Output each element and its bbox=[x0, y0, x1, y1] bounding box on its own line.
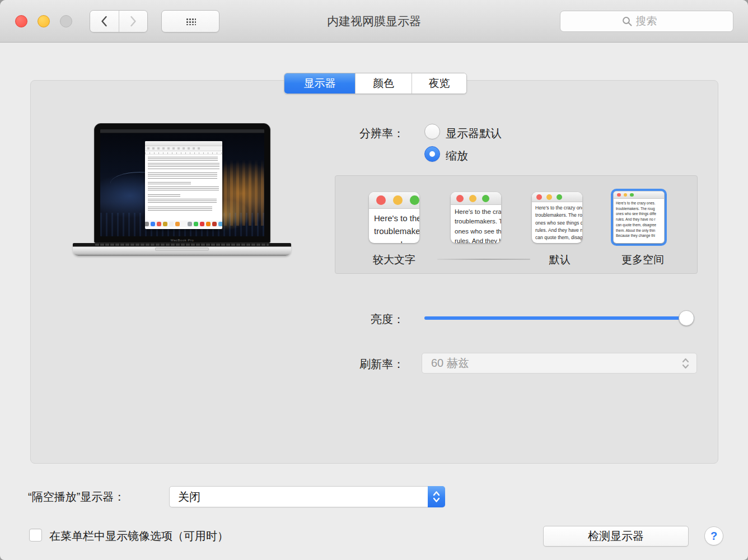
traffic-yellow-icon bbox=[393, 195, 403, 205]
stepper-chevrons-icon bbox=[681, 357, 690, 370]
back-button[interactable] bbox=[90, 11, 119, 32]
traffic-yellow-icon bbox=[624, 193, 628, 197]
grid-icon bbox=[185, 17, 196, 25]
chevron-right-icon bbox=[129, 15, 138, 27]
close-button[interactable] bbox=[15, 15, 27, 27]
help-button[interactable]: ? bbox=[704, 526, 723, 545]
mini-window-text: Here's to the crazy ones.troublemakers. … bbox=[451, 205, 501, 243]
radio-scaled[interactable] bbox=[424, 146, 440, 162]
mini-document-window bbox=[145, 141, 222, 229]
zoom-button-disabled bbox=[60, 15, 72, 27]
titlebar: 内建视网膜显示器 bbox=[0, 0, 748, 43]
mini-window-titlebar bbox=[451, 192, 501, 205]
mini-menubar bbox=[100, 129, 264, 133]
mini-window-titlebar bbox=[614, 192, 664, 199]
label-more-space: 更多空间 bbox=[605, 253, 681, 267]
scale-option-2[interactable]: Here's to the crazy ones.troublemakers. … bbox=[451, 192, 501, 243]
macbook-keyboard bbox=[95, 244, 269, 246]
resolution-label: 分辨率： bbox=[280, 126, 404, 141]
tab-display[interactable]: 显示器 bbox=[284, 73, 355, 94]
brightness-slider[interactable] bbox=[424, 316, 694, 320]
macbook-model-label: MacBook Pro bbox=[95, 239, 270, 242]
popup-button-cap[interactable] bbox=[428, 486, 445, 507]
traffic-yellow-icon bbox=[546, 194, 552, 200]
mini-window-titlebar bbox=[532, 192, 582, 202]
traffic-green-icon bbox=[410, 195, 419, 205]
label-larger-text: 较大文字 bbox=[365, 253, 423, 267]
mirroring-checkbox-label: 在菜单栏中显示镜像选项（可用时） bbox=[49, 529, 228, 544]
forward-button bbox=[119, 11, 148, 32]
scale-divider-line bbox=[437, 259, 530, 260]
refresh-rate-value: 60 赫兹 bbox=[422, 356, 469, 371]
airplay-value: 关闭 bbox=[170, 489, 200, 505]
label-default: 默认 bbox=[532, 253, 588, 267]
macbook-base bbox=[73, 243, 291, 256]
mini-window-text: Here's to the crazy ones.troublemakers. … bbox=[369, 209, 419, 243]
macbook-trackpad bbox=[155, 248, 209, 251]
macbook-screen: MacBook Pro bbox=[94, 123, 270, 243]
traffic-red-icon bbox=[376, 195, 386, 205]
traffic-yellow-icon bbox=[469, 195, 476, 202]
minimize-button[interactable] bbox=[38, 15, 50, 27]
document-text-lines bbox=[145, 155, 222, 215]
system-preferences-window: 内建视网膜显示器 显示器 颜色 夜览 bbox=[0, 0, 748, 560]
scale-option-larger-text[interactable]: Here's to the crazy ones.troublemakers. … bbox=[369, 192, 419, 243]
mini-window: Here's to the crazy ones.troublemakers. … bbox=[614, 192, 664, 243]
tab-bar: 显示器 颜色 夜览 bbox=[284, 73, 467, 94]
mini-window-text: Here's to the crazy ones.troublemakers. … bbox=[532, 202, 582, 243]
scale-option-more-space-selected[interactable]: Here's to the crazy ones.troublemakers. … bbox=[611, 189, 667, 246]
mini-window-text: Here's to the crazy ones.troublemakers. … bbox=[614, 199, 664, 239]
navigation-buttons bbox=[90, 10, 148, 32]
refresh-rate-select-disabled: 60 赫兹 bbox=[422, 353, 697, 374]
show-all-button[interactable] bbox=[161, 10, 219, 32]
traffic-green-icon bbox=[557, 194, 562, 200]
search-field[interactable] bbox=[560, 11, 733, 32]
traffic-red-icon bbox=[456, 195, 464, 202]
chevron-left-icon bbox=[100, 15, 109, 27]
stepper-chevrons-icon bbox=[432, 489, 441, 504]
mini-window-titlebar bbox=[369, 192, 419, 209]
scale-option-default[interactable]: Here's to the crazy ones.troublemakers. … bbox=[532, 192, 582, 243]
mini-doc-titlebar bbox=[145, 141, 222, 146]
detect-displays-button[interactable]: 检测显示器 bbox=[543, 526, 689, 547]
refresh-rate-label: 刷新率： bbox=[314, 357, 404, 372]
traffic-red-icon bbox=[617, 193, 621, 197]
mini-doc-toolbar bbox=[145, 146, 222, 151]
traffic-red-icon bbox=[536, 194, 542, 200]
tab-color[interactable]: 颜色 bbox=[355, 73, 412, 94]
radio-default-label: 显示器默认 bbox=[446, 126, 502, 141]
brightness-label: 亮度： bbox=[314, 312, 404, 327]
wallpaper bbox=[100, 129, 264, 236]
radio-scaled-label: 缩放 bbox=[446, 148, 468, 164]
airplay-select[interactable]: 关闭 bbox=[169, 486, 445, 507]
brightness-slider-thumb[interactable] bbox=[679, 310, 694, 326]
radio-default-for-display[interactable] bbox=[424, 124, 440, 139]
mirroring-checkbox[interactable] bbox=[29, 529, 42, 542]
search-icon bbox=[622, 16, 633, 27]
macbook-preview: MacBook Pro bbox=[73, 119, 291, 258]
dock-icons bbox=[145, 220, 222, 227]
traffic-green-icon bbox=[630, 193, 634, 197]
search-input[interactable] bbox=[636, 15, 672, 27]
tab-night-shift[interactable]: 夜览 bbox=[412, 73, 466, 94]
airplay-label: “隔空播放”显示器： bbox=[28, 489, 165, 505]
brightness-slider-fill bbox=[424, 316, 694, 320]
traffic-green-icon bbox=[482, 195, 489, 202]
